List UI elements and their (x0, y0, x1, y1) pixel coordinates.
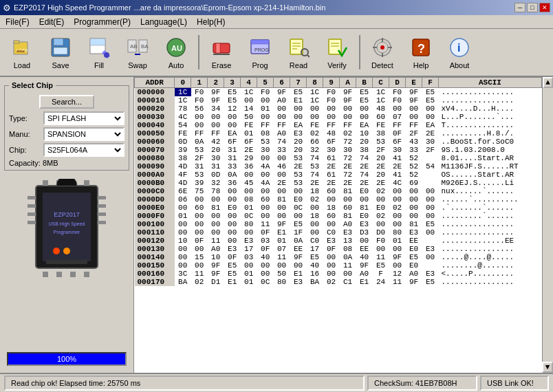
hex-byte-cell[interactable]: 2F (373, 146, 389, 154)
hex-byte-cell[interactable]: E5 (356, 88, 373, 97)
hex-byte-cell[interactable]: 50 (274, 270, 290, 278)
hex-byte-cell[interactable]: 00 (290, 261, 307, 270)
hex-byte-cell[interactable]: 53 (307, 162, 323, 171)
hex-byte-cell[interactable]: 20 (208, 146, 224, 154)
hex-byte-cell[interactable]: 0F (257, 228, 274, 237)
hex-byte-cell[interactable]: 00 (389, 195, 406, 204)
hex-byte-cell[interactable]: 00 (340, 113, 356, 121)
hex-byte-cell[interactable]: 02 (389, 204, 406, 212)
hex-byte-cell[interactable]: 00 (257, 113, 274, 121)
hex-byte-cell[interactable]: 1C (307, 96, 323, 105)
hex-byte-cell[interactable]: E5 (422, 278, 438, 286)
hex-byte-cell[interactable]: 08 (241, 195, 257, 204)
hex-byte-cell[interactable]: 52 (406, 171, 422, 179)
hex-byte-cell[interactable]: 33 (274, 146, 290, 154)
hex-byte-cell[interactable]: 54 (175, 121, 191, 129)
hex-byte-cell[interactable]: 60 (191, 204, 208, 212)
hex-byte-cell[interactable]: 6F (224, 138, 241, 146)
hex-byte-cell[interactable]: BA (307, 278, 323, 286)
hex-byte-cell[interactable]: A0 (406, 270, 422, 278)
table-row[interactable]: 000170BA02D1E1010C80E3BA02C1E124119FE5..… (135, 278, 542, 286)
hex-byte-cell[interactable]: 00 (422, 204, 438, 212)
hex-byte-cell[interactable]: 00 (356, 237, 373, 245)
hex-byte-cell[interactable]: 53 (191, 171, 208, 179)
table-row[interactable]: 000080382F303129000053746172742041528.01… (135, 154, 542, 162)
hex-byte-cell[interactable]: 00 (241, 228, 257, 237)
hex-byte-cell[interactable]: 00 (241, 187, 257, 195)
hex-byte-cell[interactable]: 02 (340, 129, 356, 138)
hex-byte-cell[interactable]: 81 (340, 187, 356, 195)
table-row[interactable]: 00002078563412140100000000000048000000xV… (135, 105, 542, 113)
hex-byte-cell[interactable]: 39 (191, 179, 208, 187)
hex-byte-cell[interactable]: 00 (224, 195, 241, 204)
hex-byte-cell[interactable]: 02 (307, 129, 323, 138)
hex-byte-cell[interactable]: 9F (389, 253, 406, 261)
hex-byte-cell[interactable]: BA (175, 278, 191, 286)
hex-byte-cell[interactable]: 02 (307, 195, 323, 204)
hex-byte-cell[interactable]: 00 (422, 113, 438, 121)
hex-byte-cell[interactable]: E5 (290, 220, 307, 228)
table-row[interactable]: 0000D006000000086081E00200000000000000..… (135, 195, 542, 204)
hex-byte-cell[interactable]: E3 (356, 220, 373, 228)
hex-byte-cell[interactable]: 81 (274, 195, 290, 204)
hex-byte-cell[interactable]: 00 (191, 245, 208, 253)
hex-byte-cell[interactable]: 74 (356, 171, 373, 179)
hex-byte-cell[interactable]: E0 (406, 245, 422, 253)
hex-byte-cell[interactable]: 74 (356, 154, 373, 162)
hex-byte-cell[interactable]: 60 (323, 212, 340, 220)
hex-byte-cell[interactable]: 0A (290, 237, 307, 245)
hex-byte-cell[interactable]: E3 (422, 270, 438, 278)
hex-byte-cell[interactable]: F0 (389, 88, 406, 97)
hex-byte-cell[interactable]: 00 (389, 212, 406, 220)
hex-byte-cell[interactable]: 9F (356, 261, 373, 270)
hex-byte-cell[interactable]: 2E (340, 179, 356, 187)
hex-byte-cell[interactable]: 00 (175, 261, 191, 270)
hex-byte-cell[interactable]: 31 (208, 162, 224, 171)
hex-byte-cell[interactable]: E0 (290, 195, 307, 204)
hex-byte-cell[interactable]: 72 (340, 154, 356, 162)
hex-byte-cell[interactable]: 00 (389, 220, 406, 228)
hex-byte-cell[interactable]: 00 (208, 228, 224, 237)
hex-byte-cell[interactable]: 11 (389, 278, 406, 286)
hex-byte-cell[interactable]: F0 (373, 237, 389, 245)
table-row[interactable]: 0000101CF09FE50000A0E11CF09FE51CF09FE5..… (135, 96, 542, 105)
hex-byte-cell[interactable]: 72 (340, 171, 356, 179)
hex-byte-cell[interactable]: 00 (224, 113, 241, 121)
hex-byte-cell[interactable]: 72 (340, 138, 356, 146)
hex-byte-cell[interactable]: EA (422, 121, 438, 129)
hex-byte-cell[interactable]: 41 (389, 154, 406, 162)
hex-byte-cell[interactable]: 48 (373, 105, 389, 113)
hex-byte-cell[interactable]: 00 (257, 171, 274, 179)
hex-byte-cell[interactable]: 00 (191, 121, 208, 129)
hex-byte-cell[interactable]: 2E (323, 162, 340, 171)
hex-byte-cell[interactable]: FF (191, 129, 208, 138)
hex-byte-cell[interactable]: E3 (224, 245, 241, 253)
hex-byte-cell[interactable]: 0C (241, 212, 257, 220)
hex-byte-cell[interactable]: 74 (307, 171, 323, 179)
hex-byte-cell[interactable]: 00 (422, 228, 438, 237)
hex-byte-cell[interactable]: 00 (257, 261, 274, 270)
hex-byte-cell[interactable]: E5 (422, 96, 438, 105)
table-row[interactable]: 000120100F1100E303010AC0E31300F001EE....… (135, 237, 542, 245)
hex-byte-cell[interactable]: 30 (323, 146, 340, 154)
hex-byte-cell[interactable]: 00 (307, 220, 323, 228)
hex-byte-cell[interactable]: 00 (340, 270, 356, 278)
hex-byte-cell[interactable]: 31 (191, 162, 208, 171)
hex-byte-cell[interactable]: 9F (340, 96, 356, 105)
hex-byte-cell[interactable]: 20 (373, 171, 389, 179)
hex-byte-cell[interactable]: 00 (422, 253, 438, 261)
hex-byte-cell[interactable]: 24 (373, 278, 389, 286)
hex-byte-cell[interactable]: 00 (307, 105, 323, 113)
hex-byte-cell[interactable]: 53 (257, 138, 274, 146)
hex-byte-cell[interactable]: 00 (340, 195, 356, 204)
hex-byte-cell[interactable]: 0F (257, 245, 274, 253)
hex-byte-cell[interactable]: 18 (307, 187, 323, 195)
hex-byte-cell[interactable]: 00 (389, 261, 406, 270)
hex-byte-cell[interactable]: 00 (356, 113, 373, 121)
hex-byte-cell[interactable]: 00 (406, 195, 422, 204)
hex-byte-cell[interactable]: 20 (373, 154, 389, 162)
hex-byte-cell[interactable]: A0 (274, 96, 290, 105)
hex-byte-cell[interactable]: 00 (406, 113, 422, 121)
swap-button[interactable]: AB BA Swap (120, 32, 155, 73)
hex-byte-cell[interactable]: 50 (241, 113, 257, 121)
